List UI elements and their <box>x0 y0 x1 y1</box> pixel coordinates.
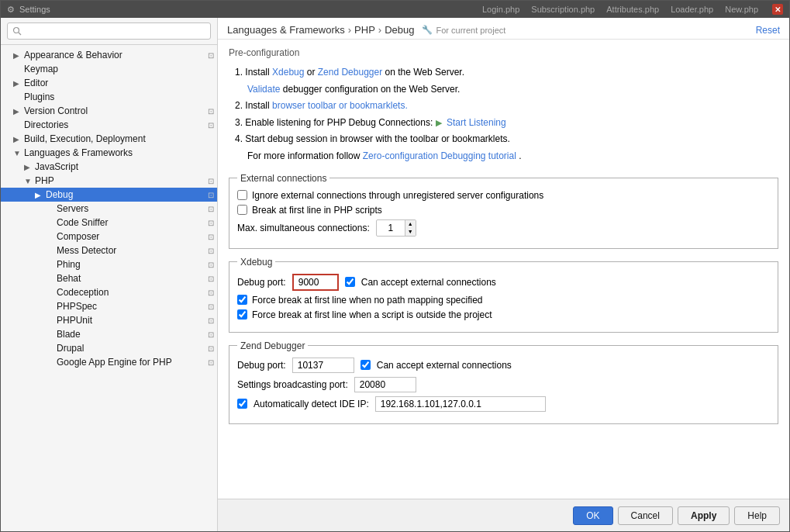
arrow-icon: ▶ <box>13 51 24 60</box>
max-connections-label: Max. simultaneous connections: <box>237 223 370 233</box>
sidebar-item-keymap[interactable]: Keymap <box>1 62 217 76</box>
sidebar-item-editor[interactable]: ▶ Editor <box>1 76 217 90</box>
sidebar-item-label: Codeception <box>57 287 208 298</box>
page-icon: ⊡ <box>208 121 214 130</box>
tab-loader[interactable]: Loader.php <box>666 4 718 15</box>
xdebug-legend: Xdebug <box>237 257 275 268</box>
spinner-up-button[interactable]: ▲ <box>405 220 416 228</box>
ignore-external-checkbox[interactable] <box>237 190 247 200</box>
zend-port-input[interactable] <box>292 358 354 373</box>
max-connections-row: Max. simultaneous connections: ▲ ▼ <box>237 219 770 237</box>
zend-debugger-legend: Zend Debugger <box>237 340 308 351</box>
tab-attributes[interactable]: Attributes.php <box>602 4 664 15</box>
sidebar-item-behat[interactable]: Behat ⊡ <box>1 271 217 285</box>
arrow-icon: ▶ <box>13 107 24 116</box>
tab-login[interactable]: Login.php <box>478 4 524 15</box>
sidebar-item-label: Blade <box>57 329 208 340</box>
settings-icon: ⚙ <box>7 5 15 15</box>
sidebar-item-plugins[interactable]: Plugins <box>1 90 217 104</box>
sidebar-item-servers[interactable]: Servers ⊡ <box>1 202 217 216</box>
sidebar-item-google-app-engine[interactable]: Google App Engine for PHP ⊡ <box>1 355 217 369</box>
sidebar-item-mess-detector[interactable]: Mess Detector ⊡ <box>1 244 217 257</box>
start-listening-link[interactable]: Start Listening <box>447 117 506 128</box>
xdebug-can-accept-checkbox[interactable] <box>345 277 355 287</box>
breadcrumb: Languages & Frameworks › PHP › Debug 🔧 F… <box>227 24 505 36</box>
reset-link[interactable]: Reset <box>756 25 780 36</box>
force-break2-checkbox[interactable] <box>237 309 247 320</box>
sidebar-item-label: Languages & Frameworks <box>24 147 217 158</box>
pre-config-section: Pre-configuration 1. Install Xdebug or Z… <box>229 47 778 165</box>
help-button[interactable]: Help <box>734 506 780 525</box>
zero-config-link[interactable]: Zero-configuration Debugging tutorial <box>363 150 516 161</box>
break-first-line-label: Break at first line in PHP scripts <box>252 205 382 216</box>
sidebar-item-phing[interactable]: Phing ⊡ <box>1 257 217 271</box>
step2-prefix: Install <box>245 100 272 111</box>
xdebug-port-row: Debug port: Can accept external connecti… <box>237 274 770 291</box>
sidebar-item-blade[interactable]: Blade ⊡ <box>1 327 217 341</box>
sidebar-item-languages[interactable]: ▼ Languages & Frameworks <box>1 146 217 160</box>
sidebar-item-php[interactable]: ▼ PHP ⊡ <box>1 174 217 188</box>
sidebar-item-build[interactable]: ▶ Build, Execution, Deployment <box>1 132 217 146</box>
tab-new[interactable]: New.php <box>720 4 763 15</box>
page-icon: ⊡ <box>208 219 214 227</box>
sidebar-item-javascript[interactable]: ▶ JavaScript <box>1 160 217 174</box>
sidebar-item-directories[interactable]: Directories ⊡ <box>1 118 217 132</box>
cancel-button[interactable]: Cancel <box>618 506 673 525</box>
zend-can-accept-checkbox[interactable] <box>361 360 371 370</box>
sidebar-item-drupal[interactable]: Drupal ⊡ <box>1 341 217 355</box>
close-button[interactable]: ✕ <box>772 4 783 15</box>
break-first-line-row: Break at first line in PHP scripts <box>237 205 770 216</box>
play-icon: ▶ <box>436 118 442 127</box>
zend-broadcast-input[interactable] <box>354 377 416 392</box>
tab-subscription[interactable]: Subscription.php <box>526 4 599 15</box>
step1-num: 1. <box>235 67 245 78</box>
sidebar-item-debug[interactable]: ▶ Debug ⊡ <box>1 188 217 202</box>
page-icon: ⊡ <box>208 205 214 213</box>
sidebar-item-label: Phing <box>57 259 208 270</box>
validate-link[interactable]: Validate <box>247 84 280 95</box>
browser-toolbar-link[interactable]: browser toolbar or bookmarklets. <box>272 100 408 111</box>
sidebar-item-phpunit[interactable]: PHPUnit ⊡ <box>1 313 217 327</box>
sidebar-item-label: Plugins <box>24 92 217 102</box>
force-break1-checkbox[interactable] <box>237 295 247 305</box>
zend-autodetect-label: Automatically detect IDE IP: <box>254 399 369 409</box>
force-break2-label: Force break at first line when a script … <box>252 309 492 320</box>
max-connections-input[interactable] <box>377 221 405 235</box>
page-icon: ⊡ <box>208 302 214 311</box>
step4b-suffix: . <box>519 150 521 161</box>
window-title: Settings <box>19 5 50 14</box>
step1-prefix: Install <box>245 67 272 78</box>
sidebar: ▶ Appearance & Behavior ⊡ Keymap ▶ Edito… <box>1 18 218 531</box>
sidebar-item-version-control[interactable]: ▶ Version Control ⊡ <box>1 104 217 118</box>
step3-prefix: Enable listening for PHP Debug Connectio… <box>245 117 435 128</box>
bottom-bar: OK Cancel Apply Help <box>218 499 789 531</box>
xdebug-link[interactable]: Xdebug <box>272 67 304 78</box>
search-input[interactable] <box>7 22 211 40</box>
sidebar-item-label: PHP <box>35 175 208 186</box>
xdebug-port-input[interactable] <box>292 274 339 291</box>
apply-button[interactable]: Apply <box>678 506 730 525</box>
main-panel: Languages & Frameworks › PHP › Debug 🔧 F… <box>218 18 789 531</box>
zend-autodetect-checkbox[interactable] <box>237 399 247 409</box>
xdebug-can-accept-label: Can accept external connections <box>361 277 496 288</box>
force-break1-label: Force break at first line when no path m… <box>252 295 483 306</box>
sidebar-item-codeception[interactable]: Codeception ⊡ <box>1 285 217 299</box>
step1-row: 1. Install Xdebug or Zend Debugger on th… <box>235 64 778 81</box>
sidebar-item-phpspec[interactable]: PHPSpec ⊡ <box>1 299 217 313</box>
spinner-down-button[interactable]: ▼ <box>405 228 416 236</box>
breadcrumb-debug: Debug <box>385 24 414 36</box>
zend-debugger-link[interactable]: Zend Debugger <box>318 67 382 78</box>
page-icon: ⊡ <box>208 316 214 325</box>
page-icon: ⊡ <box>208 107 214 116</box>
sidebar-item-composer[interactable]: Composer ⊡ <box>1 230 217 244</box>
page-icon: ⊡ <box>208 177 214 185</box>
xdebug-fieldset: Xdebug Debug port: Can accept external c… <box>229 257 778 333</box>
zend-ip-input[interactable] <box>375 396 546 412</box>
sidebar-item-appearance[interactable]: ▶ Appearance & Behavior ⊡ <box>1 48 217 62</box>
ok-button[interactable]: OK <box>573 506 612 525</box>
sidebar-item-label: Keymap <box>24 64 217 74</box>
sidebar-item-label: Editor <box>24 78 217 88</box>
page-icon: ⊡ <box>208 261 214 269</box>
break-first-line-checkbox[interactable] <box>237 205 247 215</box>
sidebar-item-code-sniffer[interactable]: Code Sniffer ⊡ <box>1 216 217 230</box>
